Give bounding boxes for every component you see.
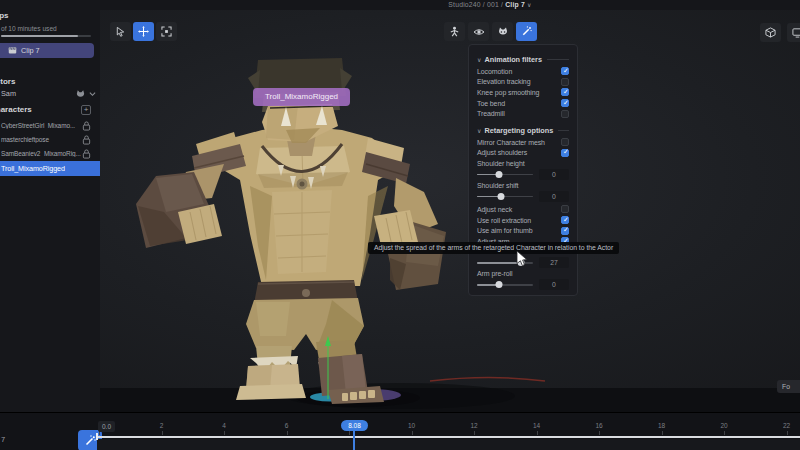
cube-icon — [765, 27, 776, 38]
frame-select-tool-button[interactable] — [156, 22, 177, 41]
character-name-tag[interactable]: Troll_MixamoRigged — [253, 88, 350, 106]
tick-label: 2 — [160, 422, 164, 429]
arm-pre-roll-value[interactable]: 0 — [539, 279, 569, 290]
row-label: Treadmill — [477, 110, 505, 117]
timeline-track-row[interactable] — [97, 439, 800, 450]
focus-button[interactable]: Fo — [777, 380, 800, 393]
row-label: Elevation tracking — [477, 78, 530, 85]
section-animation-filters[interactable]: ∨ Animation filters — [477, 53, 569, 66]
section-retargeting[interactable]: ∨ Retargeting options — [477, 124, 569, 137]
sidebar-item-clip[interactable]: Clip 7 — [0, 43, 94, 58]
add-character-button[interactable]: + — [81, 105, 91, 115]
shoulder-shift-slider[interactable] — [477, 190, 533, 202]
tick-label: 6 — [285, 422, 289, 429]
row-label: Arm pre-roll — [477, 270, 512, 277]
tick-label: 4 — [222, 422, 226, 429]
knee-checkbox[interactable] — [561, 88, 569, 96]
frame-select-icon — [161, 26, 172, 37]
treadmill-checkbox[interactable] — [561, 110, 569, 118]
cat-icon — [75, 89, 86, 99]
slider-knob[interactable] — [497, 193, 504, 200]
chevron-down-icon: ∨ — [477, 56, 481, 63]
locomotion-checkbox[interactable] — [561, 67, 569, 75]
row-label: Use aim for thumb — [477, 227, 533, 234]
chevron-down-icon: ∨ — [527, 2, 532, 8]
row-label: Locomotion — [477, 68, 512, 75]
troll-3d-model[interactable] — [100, 10, 800, 412]
move-tool-button[interactable] — [133, 22, 154, 41]
playhead-time[interactable]: 8.08 — [341, 420, 368, 431]
divider — [547, 59, 569, 60]
shoulder-height-slider[interactable] — [477, 168, 533, 180]
timeline-ruler[interactable]: 8.08 0.024610121416182022 — [0, 413, 800, 450]
tick-mark — [787, 431, 788, 435]
row-roll-extraction: Use roll extraction — [477, 215, 569, 226]
arm-spread-value[interactable]: 27 — [539, 257, 569, 268]
lock-icon — [82, 135, 91, 145]
shoulder-height-value[interactable]: 0 — [539, 169, 569, 180]
sidebar-item-character[interactable]: SamBeaniev2_MixamoRig... — [0, 147, 100, 160]
actor-preview-button[interactable] — [492, 22, 513, 41]
actors-header: Actors — [0, 77, 15, 86]
breadcrumb[interactable]: Studio240 / 001 / Clip 7 ∨ — [330, 0, 650, 10]
divider — [558, 130, 569, 131]
tick-label: 10 — [408, 422, 415, 429]
character-name: masterchieftpose — [1, 136, 82, 143]
row-arm-pre-roll-control: 0 — [477, 279, 569, 291]
lock-icon — [82, 149, 91, 159]
slider-knob[interactable] — [496, 281, 503, 288]
aim-thumb-checkbox[interactable] — [561, 227, 569, 235]
character-pose-button[interactable] — [444, 22, 465, 41]
chevron-down-icon[interactable] — [89, 91, 96, 97]
lock-icon — [82, 121, 91, 131]
tick-label: 14 — [533, 422, 540, 429]
screen-share-icon — [792, 27, 800, 38]
timeline-track[interactable] — [97, 436, 800, 438]
tick-mark — [349, 431, 350, 435]
visibility-button[interactable] — [468, 22, 489, 41]
row-label: Adjust shoulders — [477, 149, 527, 156]
playhead-line[interactable] — [353, 431, 355, 450]
adjust-neck-checkbox[interactable] — [561, 205, 569, 213]
tick-mark — [537, 431, 538, 435]
viewport-3d[interactable]: Troll_MixamoRigged — [100, 10, 800, 412]
row-adjust-shoulders: Adjust shoulders — [477, 148, 569, 159]
row-label: Mirror Character mesh — [477, 139, 545, 146]
adjust-shoulders-checkbox[interactable] — [561, 149, 569, 157]
usage-text: of 10 minutes used — [1, 25, 57, 32]
row-shoulder-shift-control: 0 — [477, 190, 569, 202]
characters-header: Characters — [0, 105, 32, 114]
row-label: Use roll extraction — [477, 217, 531, 224]
timeline: 7 8.08 0.024610121416182022 — [0, 412, 800, 450]
mirror-checkbox[interactable] — [561, 138, 569, 146]
breadcrumb-path: Studio240 / 001 / — [448, 1, 503, 8]
character-name: Troll_MixamoRigged — [1, 164, 96, 173]
select-tool-button[interactable] — [110, 22, 131, 41]
mouse-cursor — [516, 250, 529, 268]
sidebar-item-character[interactable]: CyberStreetGirl_Mixamo... — [0, 119, 100, 132]
move-icon — [138, 26, 149, 37]
row-mirror: Mirror Character mesh — [477, 137, 569, 148]
roll-extraction-checkbox[interactable] — [561, 216, 569, 224]
tick-mark — [662, 431, 663, 435]
tick-mark — [287, 431, 288, 435]
toe-checkbox[interactable] — [561, 99, 569, 107]
row-arm-pre-roll-label: Arm pre-roll — [477, 269, 569, 279]
app-window: Studio240 / 001 / Clip 7 ∨ Clips of 10 m… — [0, 0, 800, 450]
sidebar-item-character-selected[interactable]: Troll_MixamoRigged — [0, 161, 100, 176]
tick-mark — [474, 431, 475, 435]
timeline-track-start — [96, 433, 98, 440]
row-toe: Toe bend — [477, 98, 569, 109]
shoulder-shift-value[interactable]: 0 — [539, 191, 569, 202]
sidebar-item-character[interactable]: masterchieftpose — [0, 133, 100, 146]
elevation-checkbox[interactable] — [561, 78, 569, 86]
row-treadmill: Treadmill — [477, 108, 569, 119]
assets-button[interactable] — [760, 23, 781, 42]
sidebar-item-actor-sam[interactable]: Sam — [0, 87, 100, 100]
filters-button-active[interactable] — [516, 22, 537, 41]
row-adjust-neck: Adjust neck — [477, 204, 569, 215]
row-label: Adjust neck — [477, 206, 512, 213]
slider-knob[interactable] — [496, 171, 503, 178]
export-button[interactable] — [787, 23, 800, 42]
arm-pre-roll-slider[interactable] — [477, 279, 533, 291]
